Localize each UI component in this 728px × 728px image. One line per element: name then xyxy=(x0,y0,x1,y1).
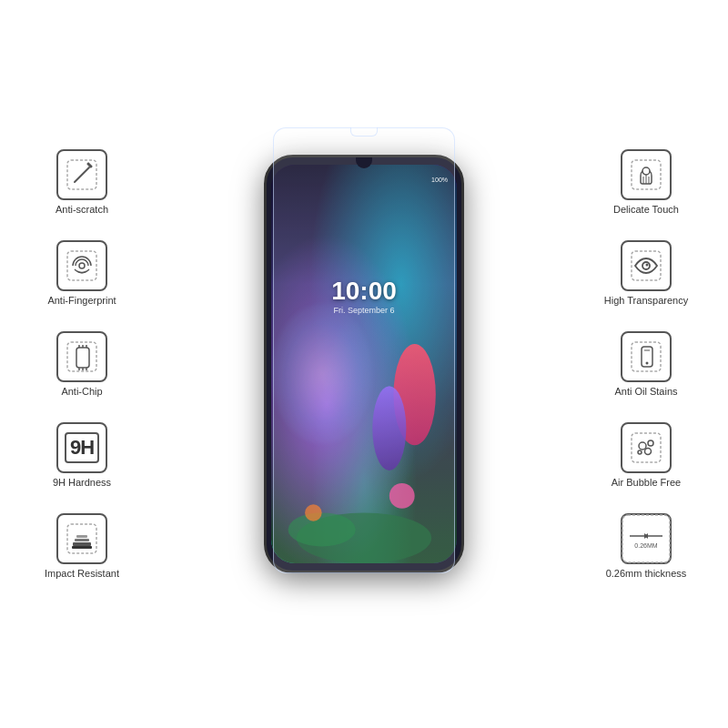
phone-area: 100% xyxy=(264,155,464,573)
svg-rect-17 xyxy=(72,546,92,549)
clock-time: 10:00 xyxy=(331,277,397,306)
phone-screen-inner: 100% xyxy=(271,165,457,563)
svg-rect-15 xyxy=(75,539,89,541)
feature-anti-fingerprint: Anti-Fingerprint xyxy=(18,240,146,306)
9h-text: 9H xyxy=(65,432,99,463)
svg-point-31 xyxy=(646,264,649,267)
main-container: Anti-scratch Anti-Fingerprint xyxy=(0,0,728,728)
svg-point-38 xyxy=(648,440,653,446)
feature-high-transparency: High Transparency xyxy=(582,240,710,306)
thickness-label: 0.26mm thickness xyxy=(606,568,687,579)
anti-oil-icon-box xyxy=(621,331,672,382)
svg-rect-5 xyxy=(67,342,96,371)
svg-rect-41 xyxy=(622,515,670,562)
air-bubble-free-label: Air Bubble Free xyxy=(612,477,681,488)
vol-up-button xyxy=(264,230,266,250)
svg-point-37 xyxy=(639,442,646,450)
svg-text:0.26MM: 0.26MM xyxy=(634,542,657,549)
9h-hardness-label: 9H Hardness xyxy=(53,477,111,488)
svg-point-4 xyxy=(79,263,85,268)
chip-icon xyxy=(66,340,98,373)
feature-delicate-touch: Delicate Touch xyxy=(582,149,710,215)
thickness-icon-box: 0.26MM xyxy=(621,513,672,564)
high-transparency-label: High Transparency xyxy=(604,295,688,306)
svg-point-19 xyxy=(372,387,406,471)
feature-anti-chip: Anti-Chip xyxy=(18,331,146,397)
feature-air-bubble-free: Air Bubble Free xyxy=(582,422,710,488)
anti-fingerprint-label: Anti-Fingerprint xyxy=(47,295,116,306)
9h-hardness-icon-box: 9H xyxy=(56,422,107,473)
svg-point-23 xyxy=(305,504,322,521)
impact-resistant-label: Impact Resistant xyxy=(45,568,119,579)
feature-anti-scratch: Anti-scratch xyxy=(18,149,146,215)
svg-point-40 xyxy=(638,450,642,454)
features-left: Anti-scratch Anti-Fingerprint xyxy=(18,149,146,579)
time-display: 10:00 Fri. September 6 xyxy=(331,277,397,315)
impact-icon xyxy=(66,522,98,555)
bubbles-icon xyxy=(630,431,662,464)
anti-fingerprint-icon-box xyxy=(56,240,107,291)
phone-small-icon xyxy=(630,340,662,373)
impact-resistant-icon-box xyxy=(56,513,107,564)
anti-chip-icon-box xyxy=(56,331,107,382)
thickness-icon: 0.26MM xyxy=(621,513,672,564)
status-bar: 100% xyxy=(271,170,457,188)
svg-rect-14 xyxy=(73,542,91,546)
delicate-touch-icon-box xyxy=(621,149,672,200)
svg-rect-6 xyxy=(76,348,89,368)
svg-rect-16 xyxy=(76,535,87,538)
feature-impact-resistant: Impact Resistant xyxy=(18,513,146,579)
feature-anti-oil: Anti Oil Stains xyxy=(582,331,710,397)
anti-scratch-icon-box xyxy=(56,149,107,200)
glass-notch xyxy=(350,127,378,136)
svg-point-39 xyxy=(645,449,652,455)
high-transparency-icon-box xyxy=(621,240,672,291)
svg-point-22 xyxy=(389,483,415,509)
power-button xyxy=(462,248,464,276)
fingerprint-icon xyxy=(66,249,98,282)
svg-line-1 xyxy=(75,167,89,182)
svg-point-25 xyxy=(642,167,650,175)
anti-chip-label: Anti-Chip xyxy=(61,386,102,397)
features-right: Delicate Touch High Transparency xyxy=(582,149,710,579)
svg-point-35 xyxy=(646,362,649,365)
svg-point-21 xyxy=(288,513,356,547)
anti-oil-label: Anti Oil Stains xyxy=(614,386,677,397)
phone: 100% xyxy=(264,155,464,573)
touch-icon xyxy=(630,158,662,191)
eye-icon xyxy=(630,249,662,282)
feature-9h-hardness: 9H 9H Hardness xyxy=(18,422,146,488)
battery-indicator: 100% xyxy=(431,177,448,183)
phone-screen: 100% xyxy=(271,165,457,563)
vol-down-button xyxy=(264,258,266,278)
clock-date: Fri. September 6 xyxy=(331,306,397,315)
feature-thickness: 0.26MM 0.26mm thickness xyxy=(582,513,710,579)
screen-art-svg xyxy=(271,324,457,563)
air-bubble-free-icon-box xyxy=(621,422,672,473)
anti-scratch-label: Anti-scratch xyxy=(56,204,108,215)
svg-rect-3 xyxy=(67,251,96,280)
delicate-touch-label: Delicate Touch xyxy=(613,204,679,215)
scratch-icon xyxy=(66,158,98,191)
